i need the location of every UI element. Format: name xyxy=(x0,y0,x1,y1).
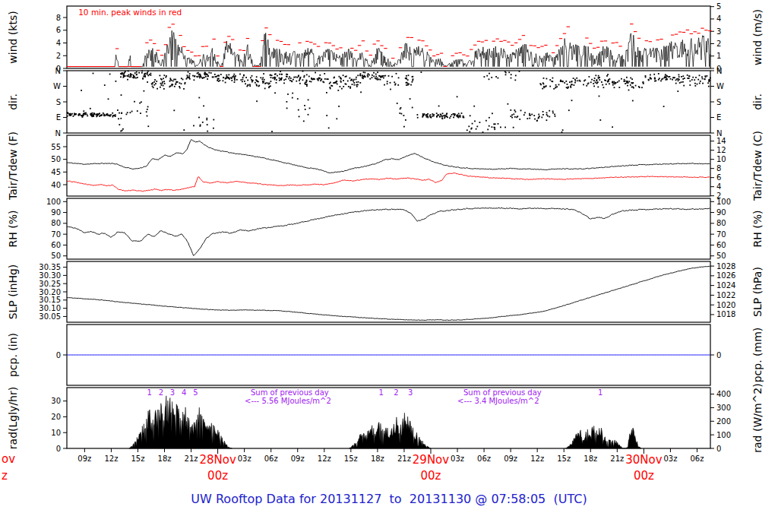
panel-rad: 01020300100200300400rad(Lgly/hr)rad (W/m… xyxy=(7,383,764,452)
svg-text:10: 10 xyxy=(51,429,61,437)
svg-text:40: 40 xyxy=(51,181,61,189)
svg-text:Sum of previous day: Sum of previous day xyxy=(251,388,329,397)
svg-text:5: 5 xyxy=(193,388,198,397)
unit-label-right-dir: dir. xyxy=(751,93,764,110)
unit-label-right-rad: rad (W/m^2) xyxy=(751,383,764,452)
svg-text:55: 55 xyxy=(51,143,61,151)
svg-text:200: 200 xyxy=(716,417,731,426)
weather-figure: 02468012345wind (kts)wind (m/s)10 min. p… xyxy=(0,0,778,532)
svg-text:8: 8 xyxy=(56,14,61,22)
svg-text:Sum of previous day: Sum of previous day xyxy=(463,388,542,397)
radiation-hump-2 xyxy=(349,413,432,448)
svg-text:2: 2 xyxy=(56,52,61,60)
svg-text:09z: 09z xyxy=(77,454,91,463)
svg-text:0: 0 xyxy=(716,445,721,453)
svg-text:2: 2 xyxy=(716,40,721,48)
y-axis-right-dir: NESWN xyxy=(710,67,724,138)
y-axis-left-rh: 5060708090100 xyxy=(46,198,67,260)
unit-label-right-pcp: pcp. (mm) xyxy=(751,328,764,383)
chart-title: UW Rooftop Data for 20131127 to 20131130… xyxy=(191,492,587,506)
svg-text:15z: 15z xyxy=(131,454,144,463)
radiation-hump-3 xyxy=(566,426,641,448)
y-axis-right-rad: 0100200300400 xyxy=(710,390,731,452)
unit-label-right-slp: SLP (hPa) xyxy=(751,267,764,317)
y-axis-left-pcp: 0 xyxy=(56,351,67,359)
unit-label-left-wind: wind (kts) xyxy=(7,11,19,63)
svg-text:3: 3 xyxy=(716,27,721,36)
unit-label-left-rh: RH (%) xyxy=(7,211,19,248)
svg-text:00z: 00z xyxy=(421,469,441,483)
svg-text:80: 80 xyxy=(51,219,61,227)
y-axis-right-temp: 2468101214 xyxy=(710,137,726,200)
svg-text:W: W xyxy=(716,82,724,90)
svg-text:S: S xyxy=(56,98,61,106)
svg-text:29Nov: 29Nov xyxy=(413,453,449,467)
svg-text:3: 3 xyxy=(170,388,175,397)
svg-text:30Nov: 30Nov xyxy=(625,453,662,467)
svg-text:60: 60 xyxy=(716,241,726,249)
svg-text:00z: 00z xyxy=(207,469,228,483)
svg-text:1020: 1020 xyxy=(716,301,735,309)
series-RH_pct xyxy=(67,207,710,255)
svg-text:50: 50 xyxy=(716,252,726,260)
svg-text:5: 5 xyxy=(716,2,721,11)
svg-text:4: 4 xyxy=(182,388,186,397)
svg-text:1028: 1028 xyxy=(716,262,735,271)
y-axis-right-rh: 5060708090100 xyxy=(710,198,731,260)
wind-annotation: 10 min. peak winds in red xyxy=(78,8,182,17)
svg-text:21z: 21z xyxy=(397,454,411,463)
unit-label-right-wind: wind (m/s) xyxy=(751,9,764,65)
svg-text:03z: 03z xyxy=(238,454,251,463)
svg-text:09z: 09z xyxy=(504,454,517,463)
svg-text:00z: 00z xyxy=(634,469,654,483)
svg-text:06z: 06z xyxy=(477,454,491,463)
unit-label-left-pcp: pcp. (in) xyxy=(7,333,19,377)
unit-label-left-rad: rad(Lgly/hr) xyxy=(7,387,19,449)
svg-text:30.30: 30.30 xyxy=(39,271,61,280)
svg-text:50: 50 xyxy=(51,252,61,260)
svg-text:100: 100 xyxy=(46,198,61,206)
svg-text:E: E xyxy=(56,113,61,122)
svg-text:12z: 12z xyxy=(104,454,118,463)
y-axis-right-slp: 101810201022102410261028 xyxy=(710,262,735,319)
svg-text:1: 1 xyxy=(598,388,602,397)
svg-text:8: 8 xyxy=(716,164,721,173)
panel-wind: 02468012345wind (kts)wind (m/s)10 min. p… xyxy=(7,2,764,72)
svg-text:12: 12 xyxy=(716,146,726,154)
svg-text:2: 2 xyxy=(159,388,163,397)
svg-text:30.15: 30.15 xyxy=(39,296,61,304)
svg-text:30.20: 30.20 xyxy=(39,288,61,296)
svg-text:90: 90 xyxy=(716,208,726,217)
svg-text:1022: 1022 xyxy=(716,291,735,299)
sum-annotation-1: Sum of previous day<--- 5.56 MJoules/m^2 xyxy=(245,388,331,405)
svg-text:1: 1 xyxy=(378,388,383,397)
svg-text:1026: 1026 xyxy=(716,271,735,280)
svg-text:0: 0 xyxy=(716,351,721,359)
unit-label-right-temp: Tair/Tdew (C) xyxy=(751,131,764,201)
svg-text:S: S xyxy=(716,98,721,106)
svg-text:300: 300 xyxy=(716,404,731,412)
svg-text:50: 50 xyxy=(51,155,61,163)
svg-text:N: N xyxy=(716,67,722,75)
series-Tair_F xyxy=(67,139,710,173)
svg-text:15z: 15z xyxy=(344,454,358,463)
svg-text:18z: 18z xyxy=(584,454,597,463)
svg-text:4: 4 xyxy=(716,182,721,191)
unit-label-left-slp: SLP (inHg) xyxy=(7,264,19,320)
svg-text:09z: 09z xyxy=(291,454,305,463)
svg-text:15z: 15z xyxy=(557,454,571,463)
svg-text:14: 14 xyxy=(716,137,726,145)
svg-text:90: 90 xyxy=(51,208,61,217)
unit-label-left-dir: dir. xyxy=(7,93,19,110)
y-axis-left-slp: 30.0530.1030.1530.2030.2530.3030.35 xyxy=(39,263,67,321)
svg-text:12z: 12z xyxy=(530,454,544,463)
svg-text:20: 20 xyxy=(51,413,61,421)
svg-text:1024: 1024 xyxy=(716,281,735,290)
radiation-hump-1 xyxy=(129,396,232,448)
svg-text:6: 6 xyxy=(716,173,721,182)
x-axis: 09z12z15z18z21z03z06z09z12z15z18z21z03z0… xyxy=(77,448,704,483)
svg-text:N: N xyxy=(55,67,61,75)
svg-text:30.05: 30.05 xyxy=(39,312,61,321)
y-axis-left-wind: 02468 xyxy=(56,14,67,73)
svg-text:30.35: 30.35 xyxy=(39,263,61,271)
